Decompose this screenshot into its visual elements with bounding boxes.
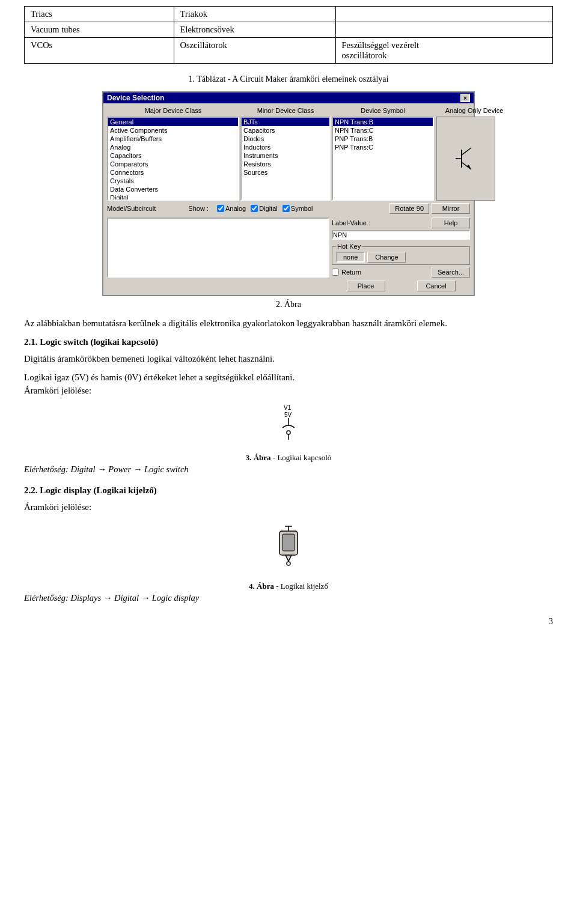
list-item[interactable]: PNP Trans:B (333, 135, 433, 143)
section21-para2: Logikai igaz (5V) és hamis (0V) értékeke… (24, 371, 553, 398)
model-area (107, 217, 329, 278)
svg-marker-12 (285, 555, 292, 561)
logic-display-svg (270, 520, 307, 574)
list-item[interactable]: Resistors (242, 160, 329, 168)
cancel-button[interactable]: Cancel (417, 281, 456, 291)
show-analog-checkbox[interactable] (217, 205, 224, 212)
col-analog: Analog Only Device (435, 107, 513, 114)
col-symbol: Device Symbol (332, 107, 434, 114)
place-button[interactable]: Place (347, 281, 385, 291)
device-symbol-list[interactable]: NPN Trans:B NPN Trans:C PNP Trans:B PNP … (332, 117, 434, 201)
minor-class-list[interactable]: BJTs Capacitors Diodes Inductors Instrum… (240, 117, 331, 201)
logic-switch-symbol: V1 5V (24, 404, 553, 446)
show-label: Show : (188, 205, 209, 212)
svg-rect-11 (282, 534, 295, 551)
list-item[interactable]: NPN Trans:B (333, 118, 433, 126)
list-item[interactable]: Amplifiers/Buffers (108, 135, 238, 143)
list-item[interactable]: Capacitors (242, 126, 329, 135)
list-item[interactable]: Instruments (242, 151, 329, 160)
show-section: Analog Digital Symbol (217, 205, 313, 212)
list-item[interactable]: Inductors (242, 143, 329, 151)
svg-point-13 (287, 562, 290, 565)
return-label: Return (341, 269, 361, 276)
page-number: 3 (24, 617, 553, 627)
section22-heading: 2.2. Logic display (Logikai kijelző) (24, 484, 553, 497)
list-item[interactable]: Data Converters (108, 185, 238, 193)
show-analog-text: Analog (225, 205, 246, 212)
list-item[interactable]: General (108, 118, 238, 126)
table-cell (335, 22, 552, 38)
dialog-titlebar: Device Selection × (103, 93, 474, 103)
show-symbol-label: Symbol (282, 205, 313, 212)
return-checkbox[interactable] (332, 269, 339, 276)
device-selection-dialog: Device Selection × Major Device Class Mi… (102, 91, 475, 296)
label-value-label: Label-Value : (332, 219, 370, 226)
intro-paragraph: Az alábbiakban bemutatásra kerülnek a di… (24, 317, 553, 330)
section21-para1: Digitális áramkörökben bemeneti logikai … (24, 352, 553, 366)
label-value-row: Label-Value : Help (332, 217, 470, 228)
table-cell: Oszcillátorok (174, 38, 335, 64)
list-item[interactable]: Active Components (108, 126, 238, 135)
dialog-title: Device Selection (107, 94, 164, 102)
svg-text:5V: 5V (284, 412, 292, 418)
logic-switch-svg: V1 5V (264, 404, 313, 446)
dialog-body: Major Device Class Minor Device Class De… (103, 103, 474, 295)
change-button[interactable]: Change (367, 252, 406, 263)
svg-marker-3 (466, 165, 471, 169)
show-analog-label: Analog (217, 205, 246, 212)
lists-container: General Active Components Amplifiers/Buf… (107, 117, 470, 201)
npn-symbol (451, 141, 481, 177)
list-item[interactable]: NPN Trans:C (333, 126, 433, 135)
column-headers: Major Device Class Minor Device Class De… (107, 107, 470, 114)
col-minor: Minor Device Class (240, 107, 331, 114)
show-symbol-text: Symbol (291, 205, 313, 212)
show-digital-text: Digital (259, 205, 278, 212)
access4-line: Elérhetőség: Displays → Digital → Logic … (24, 592, 553, 605)
table-cell: Vacuum tubes (25, 22, 174, 38)
list-item[interactable]: Analog (108, 143, 238, 151)
figure2-caption: 2. Ábra (24, 300, 553, 309)
rotate-button[interactable]: Rotate 90 (389, 203, 429, 214)
show-digital-label: Digital (251, 205, 278, 212)
list-item[interactable]: Digital (108, 193, 238, 201)
model-label: Model/Subcircuit (107, 205, 156, 212)
access3-line: Elérhetőség: Digital → Power → Logic swi… (24, 463, 553, 476)
hotkey-legend: Hot Key (336, 243, 362, 250)
list-item[interactable]: PNP Trans:C (333, 143, 433, 151)
aramkori-jel2: Áramköri jelölése: (24, 500, 553, 514)
list-item[interactable]: Capacitors (108, 151, 238, 160)
show-symbol-checkbox[interactable] (282, 205, 290, 212)
table-cell: Triacs (25, 7, 174, 22)
symbol-preview (436, 117, 495, 201)
list-item[interactable]: Comparators (108, 160, 238, 168)
dialog-wrapper: Device Selection × Major Device Class Mi… (24, 91, 553, 296)
table-cell: VCOs (25, 38, 174, 64)
section21-heading: 2.1. Logic switch (logikai kapcsoló) (24, 335, 553, 349)
list-item[interactable]: Crystals (108, 177, 238, 185)
hotkey-group: Hot Key none Change (332, 243, 470, 265)
list-item[interactable]: Sources (242, 168, 329, 177)
final-buttons: Place Cancel (332, 281, 470, 291)
help-button[interactable]: Help (432, 217, 470, 228)
model-row: Model/Subcircuit Show : Analog Digital S… (107, 203, 470, 214)
show-digital-checkbox[interactable] (251, 205, 258, 212)
search-button[interactable]: Search... (432, 267, 470, 278)
right-controls: Label-Value : Help Hot Key none Change (332, 217, 470, 291)
table-cell: Elektroncsövek (174, 22, 335, 38)
list-item[interactable]: Diodes (242, 135, 329, 143)
col-major: Major Device Class (107, 107, 239, 114)
major-class-list[interactable]: General Active Components Amplifiers/Buf… (107, 117, 239, 201)
table-cell (335, 7, 552, 22)
svg-text:V1: V1 (284, 404, 292, 411)
hotkey-value: none (336, 252, 365, 263)
svg-line-4 (462, 148, 471, 155)
label-value-input[interactable] (332, 230, 470, 240)
table-caption: 1. Táblázat - A Circuit Maker áramköri e… (24, 74, 553, 84)
list-item[interactable]: BJTs (242, 118, 329, 126)
svg-point-8 (287, 431, 290, 434)
figure4-caption: 4. Ábra - Logikai kijelző (24, 580, 553, 592)
mirror-button[interactable]: Mirror (432, 203, 470, 214)
table-cell: Triakok (174, 7, 335, 22)
list-item[interactable]: Connectors (108, 168, 238, 177)
close-button[interactable]: × (460, 94, 470, 102)
